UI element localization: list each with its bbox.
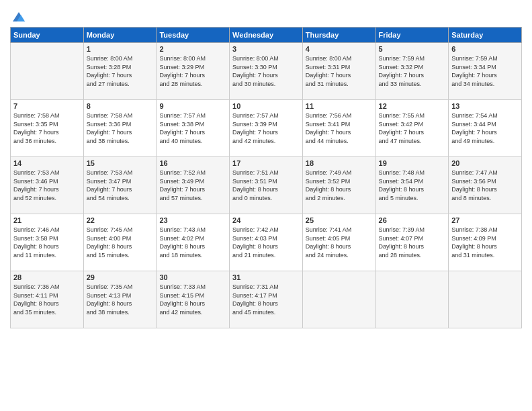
day-number: 27 [451,216,519,224]
day-number: 2 [159,45,226,53]
day-info: Sunrise: 7:57 AM Sunset: 3:39 PM Dayligh… [232,111,300,145]
day-number: 17 [232,159,300,167]
day-cell: 26Sunrise: 7:39 AM Sunset: 4:07 PM Dayli… [375,214,449,271]
day-cell: 4Sunrise: 8:00 AM Sunset: 3:31 PM Daylig… [302,43,375,100]
day-cell: 3Sunrise: 8:00 AM Sunset: 3:30 PM Daylig… [230,43,303,100]
day-number: 10 [232,102,300,110]
day-info: Sunrise: 7:47 AM Sunset: 3:56 PM Dayligh… [451,169,519,202]
day-info: Sunrise: 7:54 AM Sunset: 3:44 PM Dayligh… [451,111,519,145]
day-number: 5 [379,45,446,53]
day-info: Sunrise: 7:43 AM Sunset: 4:02 PM Dayligh… [159,226,226,259]
day-cell: 31Sunrise: 7:31 AM Sunset: 4:17 PM Dayli… [230,271,303,328]
day-number: 31 [232,273,300,281]
day-info: Sunrise: 7:52 AM Sunset: 3:49 PM Dayligh… [159,169,226,202]
day-cell: 6Sunrise: 7:59 AM Sunset: 3:34 PM Daylig… [449,43,522,100]
day-info: Sunrise: 7:38 AM Sunset: 4:09 PM Dayligh… [451,226,519,259]
day-info: Sunrise: 8:00 AM Sunset: 3:30 PM Dayligh… [232,54,300,88]
day-number: 15 [87,159,154,167]
day-cell: 2Sunrise: 8:00 AM Sunset: 3:29 PM Daylig… [157,43,230,100]
day-info: Sunrise: 7:42 AM Sunset: 4:03 PM Dayligh… [232,226,300,259]
day-number: 14 [13,159,81,167]
day-info: Sunrise: 7:58 AM Sunset: 3:36 PM Dayligh… [87,111,154,145]
day-number: 23 [159,216,226,224]
day-cell: 11Sunrise: 7:56 AM Sunset: 3:41 PM Dayli… [302,100,375,157]
day-cell: 13Sunrise: 7:54 AM Sunset: 3:44 PM Dayli… [449,100,522,157]
day-info: Sunrise: 7:35 AM Sunset: 4:13 PM Dayligh… [87,283,154,316]
day-cell: 15Sunrise: 7:53 AM Sunset: 3:47 PM Dayli… [83,157,157,214]
day-info: Sunrise: 7:53 AM Sunset: 3:47 PM Dayligh… [87,169,154,202]
day-cell [302,271,375,328]
page: SundayMondayTuesdayWednesdayThursdayFrid… [0,0,532,411]
day-number: 29 [87,273,154,281]
day-cell [375,271,449,328]
day-number: 11 [306,102,373,110]
calendar-table: SundayMondayTuesdayWednesdayThursdayFrid… [10,27,522,328]
day-cell: 21Sunrise: 7:46 AM Sunset: 3:58 PM Dayli… [11,214,84,271]
day-number: 3 [232,45,300,53]
day-cell: 22Sunrise: 7:45 AM Sunset: 4:00 PM Dayli… [83,214,157,271]
day-info: Sunrise: 7:46 AM Sunset: 3:58 PM Dayligh… [13,226,81,259]
day-number: 22 [87,216,154,224]
day-number: 26 [379,216,446,224]
day-number: 4 [306,45,373,53]
day-info: Sunrise: 7:39 AM Sunset: 4:07 PM Dayligh… [379,226,446,259]
day-number: 12 [379,102,446,110]
day-number: 21 [13,216,81,224]
header-row: SundayMondayTuesdayWednesdayThursdayFrid… [11,28,522,43]
day-number: 20 [451,159,519,167]
day-info: Sunrise: 7:57 AM Sunset: 3:38 PM Dayligh… [159,111,226,145]
day-cell: 25Sunrise: 7:41 AM Sunset: 4:05 PM Dayli… [302,214,375,271]
day-cell: 19Sunrise: 7:48 AM Sunset: 3:54 PM Dayli… [375,157,449,214]
day-cell: 20Sunrise: 7:47 AM Sunset: 3:56 PM Dayli… [449,157,522,214]
day-info: Sunrise: 7:49 AM Sunset: 3:52 PM Dayligh… [306,169,373,202]
week-row-3: 14Sunrise: 7:53 AM Sunset: 3:46 PM Dayli… [11,157,522,214]
day-cell: 8Sunrise: 7:58 AM Sunset: 3:36 PM Daylig… [83,100,157,157]
day-number: 9 [159,102,226,110]
day-cell: 18Sunrise: 7:49 AM Sunset: 3:52 PM Dayli… [302,157,375,214]
header-cell-wednesday: Wednesday [230,28,303,43]
header [10,7,522,21]
day-cell: 17Sunrise: 7:51 AM Sunset: 3:51 PM Dayli… [230,157,303,214]
day-number: 16 [159,159,226,167]
week-row-4: 21Sunrise: 7:46 AM Sunset: 3:58 PM Dayli… [11,214,522,271]
day-info: Sunrise: 7:41 AM Sunset: 4:05 PM Dayligh… [306,226,373,259]
day-cell: 1Sunrise: 8:00 AM Sunset: 3:28 PM Daylig… [83,43,157,100]
day-info: Sunrise: 7:33 AM Sunset: 4:15 PM Dayligh… [159,283,226,316]
day-cell: 30Sunrise: 7:33 AM Sunset: 4:15 PM Dayli… [157,271,230,328]
day-cell [449,271,522,328]
header-cell-tuesday: Tuesday [157,28,230,43]
day-info: Sunrise: 8:00 AM Sunset: 3:31 PM Dayligh… [306,54,373,88]
day-number: 8 [87,102,154,110]
day-cell: 28Sunrise: 7:36 AM Sunset: 4:11 PM Dayli… [11,271,84,328]
day-cell: 5Sunrise: 7:59 AM Sunset: 3:32 PM Daylig… [375,43,449,100]
week-row-2: 7Sunrise: 7:58 AM Sunset: 3:35 PM Daylig… [11,100,522,157]
day-cell: 24Sunrise: 7:42 AM Sunset: 4:03 PM Dayli… [230,214,303,271]
day-cell: 23Sunrise: 7:43 AM Sunset: 4:02 PM Dayli… [157,214,230,271]
day-cell: 10Sunrise: 7:57 AM Sunset: 3:39 PM Dayli… [230,100,303,157]
day-info: Sunrise: 7:31 AM Sunset: 4:17 PM Dayligh… [232,283,300,316]
day-cell: 9Sunrise: 7:57 AM Sunset: 3:38 PM Daylig… [157,100,230,157]
day-number: 18 [306,159,373,167]
day-cell: 14Sunrise: 7:53 AM Sunset: 3:46 PM Dayli… [11,157,84,214]
day-cell: 12Sunrise: 7:55 AM Sunset: 3:42 PM Dayli… [375,100,449,157]
header-cell-friday: Friday [375,28,449,43]
day-info: Sunrise: 7:51 AM Sunset: 3:51 PM Dayligh… [232,169,300,202]
week-row-5: 28Sunrise: 7:36 AM Sunset: 4:11 PM Dayli… [11,271,522,328]
day-number: 28 [13,273,81,281]
day-number: 7 [13,102,81,110]
day-number: 13 [451,102,519,110]
day-number: 24 [232,216,300,224]
header-cell-sunday: Sunday [11,28,84,43]
logo-icon [11,9,26,24]
header-cell-thursday: Thursday [302,28,375,43]
header-cell-monday: Monday [83,28,157,43]
day-info: Sunrise: 8:00 AM Sunset: 3:29 PM Dayligh… [159,54,226,88]
day-info: Sunrise: 7:59 AM Sunset: 3:32 PM Dayligh… [379,54,446,88]
day-number: 1 [87,45,154,53]
day-number: 30 [159,273,226,281]
day-cell [11,43,84,100]
day-info: Sunrise: 7:58 AM Sunset: 3:35 PM Dayligh… [13,111,81,145]
day-info: Sunrise: 7:48 AM Sunset: 3:54 PM Dayligh… [379,169,446,202]
day-info: Sunrise: 7:53 AM Sunset: 3:46 PM Dayligh… [13,169,81,202]
day-number: 6 [451,45,519,53]
